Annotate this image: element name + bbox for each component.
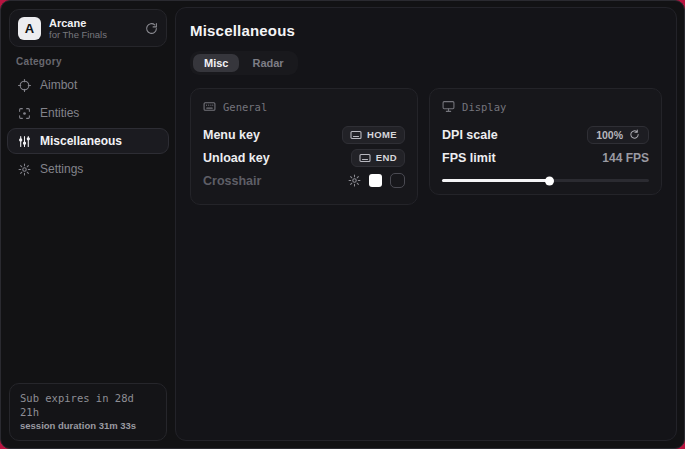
dpi-scale-label: DPI scale <box>442 128 498 142</box>
sidebar-nav: Aimbot Entities Miscellaneous <box>7 72 169 184</box>
app-logo: A <box>18 17 41 40</box>
page-title: Miscellaneous <box>190 22 662 39</box>
unload-key-row: Unload key END <box>203 146 405 169</box>
keyboard-icon <box>350 129 362 141</box>
crosshair-checkbox[interactable] <box>390 173 405 188</box>
sync-icon[interactable] <box>145 22 158 35</box>
fps-slider-fill <box>442 179 550 182</box>
fps-limit-row: FPS limit 144 FPS <box>442 146 649 169</box>
dpi-scale-value: 100% <box>596 129 623 141</box>
menu-key-row: Menu key HOME <box>203 123 405 146</box>
cycle-icon <box>629 129 640 140</box>
sidebar-item-entities[interactable]: Entities <box>7 100 169 126</box>
general-panel-title: General <box>223 101 267 113</box>
menu-key-label: Menu key <box>203 128 260 142</box>
gear-icon <box>18 163 31 176</box>
sidebar-item-label: Settings <box>40 162 83 176</box>
general-panel: General Menu key HOME Unload key <box>190 88 418 205</box>
tab-misc[interactable]: Misc <box>193 54 239 72</box>
fps-limit-value: 144 FPS <box>602 151 649 165</box>
unload-key-value: END <box>376 152 397 163</box>
crosshair-label: Crosshair <box>203 174 261 188</box>
dpi-scale-row: DPI scale 100% <box>442 123 649 146</box>
category-label: Category <box>16 56 62 67</box>
sidebar-item-label: Miscellaneous <box>40 134 122 148</box>
subscription-status-card: Sub expires in 28d 21h session duration … <box>9 383 167 441</box>
scan-icon <box>18 107 31 120</box>
sliders-icon <box>18 135 31 148</box>
cards-row: General Menu key HOME Unload key <box>190 88 662 205</box>
crosshair-color-swatch[interactable] <box>369 174 382 187</box>
app-logo-letter: A <box>25 21 34 36</box>
sidebar-item-label: Entities <box>40 106 79 120</box>
tab-radar[interactable]: Radar <box>241 54 294 72</box>
app-window: A Arcane for The Finals Category Aim <box>0 0 685 449</box>
brand-card: A Arcane for The Finals <box>9 9 167 47</box>
gear-icon[interactable] <box>348 174 361 187</box>
fps-limit-label: FPS limit <box>442 151 495 165</box>
keyboard-icon <box>359 152 371 164</box>
tab-bar: Misc Radar <box>190 51 298 75</box>
general-panel-header: General <box>203 100 405 113</box>
sidebar: A Arcane for The Finals Category Aim <box>1 1 175 448</box>
sidebar-item-settings[interactable]: Settings <box>7 156 169 182</box>
sidebar-item-aimbot[interactable]: Aimbot <box>7 72 169 98</box>
crosshair-row: Crosshair <box>203 169 405 192</box>
fps-slider-thumb[interactable] <box>545 176 554 185</box>
crosshair-icon <box>18 79 31 92</box>
monitor-icon <box>442 100 455 113</box>
display-panel: Display DPI scale 100% FPS limit <box>429 88 662 195</box>
fps-limit-slider[interactable] <box>442 179 649 182</box>
brand-text: Arcane for The Finals <box>49 17 137 40</box>
sub-expiry-text: Sub expires in 28d 21h <box>20 391 156 419</box>
menu-key-bind-button[interactable]: HOME <box>342 126 405 144</box>
menu-key-value: HOME <box>367 129 397 140</box>
app-subtitle: for The Finals <box>49 29 137 40</box>
display-panel-title: Display <box>462 101 506 113</box>
dpi-scale-button[interactable]: 100% <box>587 126 649 144</box>
session-duration-text: session duration 31m 33s <box>20 419 156 432</box>
sidebar-item-label: Aimbot <box>40 78 77 92</box>
keyboard-icon <box>203 100 216 113</box>
app-title: Arcane <box>49 17 137 29</box>
main-panel: Miscellaneous Misc Radar General Menu ke… <box>175 7 677 441</box>
sidebar-item-miscellaneous[interactable]: Miscellaneous <box>7 128 169 154</box>
display-panel-header: Display <box>442 100 649 113</box>
unload-key-bind-button[interactable]: END <box>351 149 405 167</box>
crosshair-controls <box>348 173 405 188</box>
unload-key-label: Unload key <box>203 151 270 165</box>
